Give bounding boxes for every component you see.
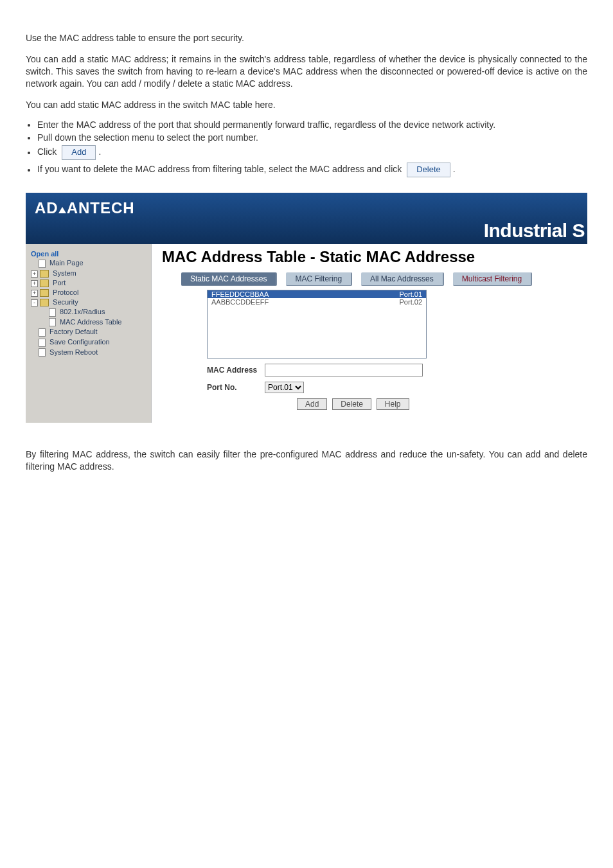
- mac-address-label: MAC Address: [207, 366, 265, 375]
- page-icon: [39, 260, 46, 268]
- brand-text-a: AD: [35, 199, 58, 217]
- bullet-delete-suffix: .: [453, 164, 456, 175]
- sidebar-item-radius[interactable]: 802.1x/Radius: [26, 307, 151, 317]
- folder-icon: [40, 299, 49, 306]
- sidebar-item-label: Port: [53, 279, 66, 287]
- mac-listbox[interactable]: FFEEDDCCBBAA Port.01 AABBCCDDEEFF Port.0…: [207, 290, 427, 359]
- tab-bar: Static MAC Addresses MAC Filtering All M…: [181, 272, 583, 286]
- mac-list-row-selected[interactable]: FFEEDDCCBBAA Port.01: [208, 290, 426, 298]
- sidebar-item-mac-table[interactable]: MAC Address Table: [26, 317, 151, 328]
- main-panel: MAC Address Table - Static MAC Addresse …: [152, 244, 587, 423]
- bullet-delete-prefix: If you want to delete the MAC address fr…: [37, 164, 402, 175]
- app-header: ADANTECH Industrial S: [26, 193, 587, 244]
- brand-logo: ADANTECH: [26, 193, 587, 217]
- expand-icon[interactable]: +: [31, 270, 38, 278]
- sidebar-item-label: Security: [53, 298, 78, 306]
- sidebar-item-save-config[interactable]: Save Configuration: [26, 337, 151, 348]
- sidebar-item-label: Main Page: [49, 259, 84, 267]
- page-title: MAC Address Table - Static MAC Addresse: [162, 248, 583, 266]
- add-button[interactable]: Add: [297, 398, 327, 410]
- bullet-click-add: Click Add.: [37, 145, 587, 160]
- collapse-icon[interactable]: -: [31, 299, 38, 306]
- bullet-mac-address: Enter the MAC address of the port that s…: [37, 120, 587, 130]
- embedded-ui-screenshot: ADANTECH Industrial S Open all Main Page…: [26, 193, 587, 423]
- bullet-click-add-suffix: .: [98, 147, 101, 157]
- open-all-link[interactable]: Open all: [26, 249, 151, 258]
- expand-icon[interactable]: +: [31, 280, 38, 287]
- page-icon: [39, 328, 46, 337]
- mac-cell: FFEEDDCCBBAA: [211, 290, 269, 298]
- folder-icon: [40, 289, 49, 297]
- sidebar-item-system-reboot[interactable]: System Reboot: [26, 348, 151, 358]
- sidebar-item-port[interactable]: + Port: [26, 278, 151, 288]
- bullet-delete: If you want to delete the MAC address fr…: [37, 163, 587, 177]
- delete-button-inline[interactable]: Delete: [407, 163, 450, 177]
- tab-mac-filtering[interactable]: MAC Filtering: [286, 272, 352, 286]
- brand-text-b: ANTECH: [67, 199, 135, 217]
- page-icon: [39, 339, 46, 347]
- sidebar-item-main-page[interactable]: Main Page: [26, 258, 151, 269]
- sidebar-item-label: System: [53, 269, 76, 277]
- help-button[interactable]: Help: [377, 398, 409, 410]
- intro-paragraph-3: You can add static MAC address in the sw…: [26, 99, 587, 111]
- folder-icon: [40, 270, 49, 278]
- page-icon: [49, 308, 56, 317]
- folder-icon: [40, 279, 49, 287]
- tab-all-mac[interactable]: All Mac Addresses: [361, 272, 444, 286]
- mac-cell: AABBCCDDEEFF: [211, 298, 269, 306]
- tab-static-mac[interactable]: Static MAC Addresses: [181, 272, 277, 286]
- sidebar-item-system[interactable]: + System: [26, 269, 151, 278]
- port-no-label: Port No.: [207, 383, 265, 392]
- brand-triangle-icon: [58, 207, 66, 213]
- sidebar-item-label: Factory Default: [49, 328, 98, 335]
- port-no-select[interactable]: Port.01: [265, 382, 304, 393]
- sidebar-item-security[interactable]: - Security: [26, 297, 151, 307]
- sidebar-item-label: 802.1x/Radius: [60, 308, 105, 315]
- outro-paragraph-1: By filtering MAC address, the switch can…: [26, 448, 587, 473]
- nav-sidebar: Open all Main Page + System + Port + Pro…: [26, 244, 152, 423]
- intro-paragraph-1: Use the MAC address table to ensure the …: [26, 32, 587, 44]
- expand-icon[interactable]: +: [31, 290, 38, 297]
- tab-multicast-filtering[interactable]: Multicast Filtering: [453, 272, 532, 286]
- sidebar-item-label: Save Configuration: [49, 338, 110, 346]
- delete-button[interactable]: Delete: [332, 398, 371, 410]
- sidebar-item-label: Protocol: [53, 288, 78, 296]
- page-icon: [39, 348, 46, 357]
- port-cell: Port.02: [400, 298, 422, 306]
- slogan-text: Industrial S: [484, 220, 585, 242]
- sidebar-item-protocol[interactable]: + Protocol: [26, 288, 151, 297]
- mac-list-row[interactable]: AABBCCDDEEFF Port.02: [208, 298, 426, 306]
- sidebar-item-label: System Reboot: [49, 348, 98, 356]
- page-icon: [49, 318, 56, 326]
- mac-address-input[interactable]: [265, 364, 423, 376]
- intro-paragraph-2: You can add a static MAC address; it rem…: [26, 53, 587, 90]
- sidebar-item-factory-default[interactable]: Factory Default: [26, 327, 151, 337]
- bullet-port-no: Pull down the selection menu to select t…: [37, 132, 587, 143]
- port-cell: Port.01: [400, 290, 422, 298]
- add-button-inline[interactable]: Add: [62, 145, 96, 160]
- sidebar-item-label: MAC Address Table: [60, 318, 121, 326]
- bullet-click-add-prefix: Click: [37, 147, 57, 157]
